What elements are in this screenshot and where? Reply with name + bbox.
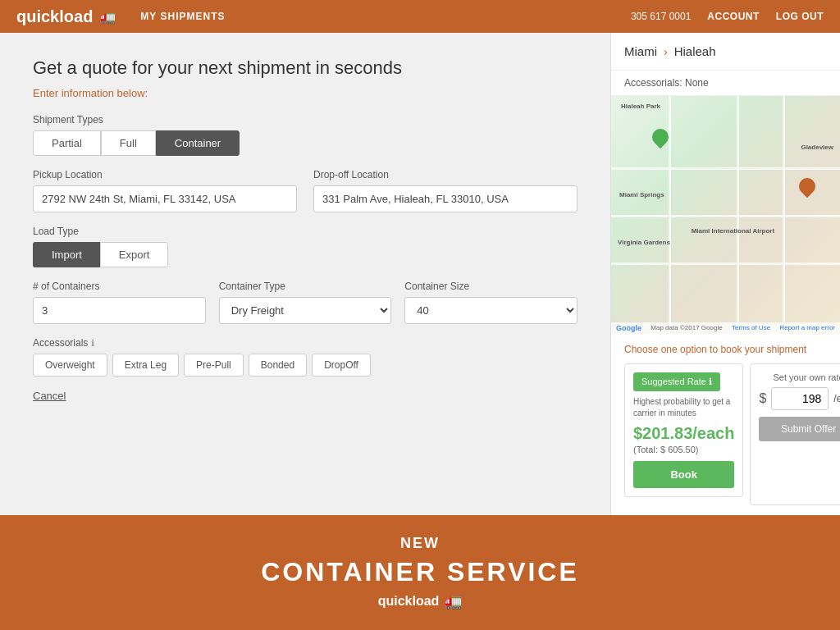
accessorials-info: Accessorials: None xyxy=(611,71,840,96)
cancel-link[interactable]: Cancel xyxy=(33,390,66,402)
map-terms-link[interactable]: Terms of Use xyxy=(732,324,770,332)
container-size-label: Container Size xyxy=(404,281,578,292)
rate-input[interactable] xyxy=(771,387,829,410)
google-logo: Google xyxy=(616,324,641,332)
logout-link[interactable]: LOG OUT xyxy=(776,11,824,22)
subtitle: Enter information below: xyxy=(33,87,578,99)
acc-info-value: None xyxy=(685,77,709,89)
main-layout: Get a quote for your next shipment in se… xyxy=(0,33,840,515)
map-footer: Google Map data ©2017 Google Terms of Us… xyxy=(611,322,840,334)
submit-offer-button[interactable]: Submit Offer xyxy=(759,417,840,441)
logo: quickload 🚛 xyxy=(16,7,116,26)
map-area: Hialeah Park Miami Springs Virginia Gard… xyxy=(611,96,840,334)
rate-total: (Total: $ 605.50) xyxy=(633,445,734,454)
accessorials-label: Accessorials ℹ xyxy=(33,337,578,349)
load-type-import[interactable]: Import xyxy=(33,242,100,267)
containers-field: # of Containers xyxy=(33,281,206,324)
own-rate-card: Set your own rate $ /each Submit Offer xyxy=(750,363,840,505)
map-label-gladeview: Gladeview xyxy=(801,144,833,151)
shipment-type-buttons: Partial Full Container xyxy=(33,130,578,156)
map-data-label: Map data ©2017 Google xyxy=(651,324,722,332)
load-type-section: Load Type Import Export xyxy=(33,226,578,267)
left-panel: Get a quote for your next shipment in se… xyxy=(0,33,610,515)
accessorials-buttons: Overweight Extra Leg Pre-Pull Bonded Dro… xyxy=(33,354,578,377)
footer-truck-icon: 🚛 xyxy=(444,592,462,610)
right-panel: Miami › Hialeah Accessorials: None Hiale… xyxy=(610,33,840,515)
nav-my-shipments[interactable]: MY SHIPMENTS xyxy=(140,11,225,22)
container-info-section: # of Containers Container Type Dry Freig… xyxy=(33,281,578,324)
container-size-field: Container Size 40 xyxy=(404,281,578,324)
load-type-export[interactable]: Export xyxy=(100,242,169,267)
truck-icon: 🚛 xyxy=(99,9,116,25)
acc-info-label: Accessorials: xyxy=(624,77,682,89)
map-label-miami-intl: Miami International Airport xyxy=(692,227,775,235)
header: quickload 🚛 MY SHIPMENTS 305 617 0001 AC… xyxy=(0,0,840,33)
map-label-hialeah-park: Hialeah Park xyxy=(621,103,660,110)
own-rate-title: Set your own rate xyxy=(759,372,840,382)
dropoff-field: Drop-off Location xyxy=(313,169,578,212)
acc-overweight[interactable]: Overweight xyxy=(33,354,107,377)
containers-label: # of Containers xyxy=(33,281,206,292)
shipment-type-full[interactable]: Full xyxy=(101,130,156,156)
shipment-types-label: Shipment Types xyxy=(33,114,578,126)
map: Hialeah Park Miami Springs Virginia Gard… xyxy=(611,96,840,334)
header-right: 305 617 0001 ACCOUNT LOG OUT xyxy=(631,11,824,22)
accessorials-section: Accessorials ℹ Overweight Extra Leg Pre-… xyxy=(33,337,578,377)
map-pin-destination xyxy=(796,175,819,198)
container-type-field: Container Type Dry Freight xyxy=(219,281,392,324)
booking-title: Choose one option to book your shipment xyxy=(624,344,827,355)
load-type-label: Load Type xyxy=(33,226,578,237)
shipment-type-partial[interactable]: Partial xyxy=(33,130,101,156)
from-city: Miami xyxy=(624,44,657,58)
acc-bonded[interactable]: Bonded xyxy=(249,354,307,377)
dropoff-input[interactable] xyxy=(313,185,578,212)
own-rate-row: $ /each xyxy=(759,387,840,410)
suggested-rate-button[interactable]: Suggested Rate ℹ xyxy=(633,372,720,391)
map-label-miami-springs: Miami Springs xyxy=(619,191,664,199)
pickup-field: Pickup Location xyxy=(33,169,297,212)
suggested-rate-card: Suggested Rate ℹ Highest probability to … xyxy=(624,363,743,497)
phone-number: 305 617 0001 xyxy=(631,11,691,22)
footer: NEW CONTAINER SERVICE quickload 🚛 xyxy=(0,515,840,630)
container-size-select[interactable]: 40 xyxy=(404,297,578,324)
footer-logo: quickload 🚛 xyxy=(378,592,463,610)
account-link[interactable]: ACCOUNT xyxy=(707,11,760,22)
route-header: Miami › Hialeah xyxy=(611,33,840,71)
book-button[interactable]: Book xyxy=(633,461,734,488)
route-arrow-icon: › xyxy=(664,45,668,58)
footer-service-label: CONTAINER SERVICE xyxy=(261,557,579,587)
pickup-input[interactable] xyxy=(33,185,297,212)
booking-section: Choose one option to book your shipment … xyxy=(611,334,840,515)
logo-text: quickload xyxy=(16,7,93,26)
to-city: Hialeah xyxy=(674,44,716,58)
info-icon: ℹ xyxy=(91,338,94,348)
rate-description: Highest probability to get a carrier in … xyxy=(633,396,734,419)
acc-dropoff[interactable]: DropOff xyxy=(312,354,371,377)
rate-price: $201.83/each xyxy=(633,424,734,443)
shipment-type-container[interactable]: Container xyxy=(156,130,240,156)
footer-new-label: NEW xyxy=(400,535,440,552)
header-left: quickload 🚛 MY SHIPMENTS xyxy=(16,7,225,26)
map-report-link[interactable]: Report a map error xyxy=(779,324,835,332)
container-type-label: Container Type xyxy=(219,281,392,292)
shipment-types-section: Shipment Types Partial Full Container xyxy=(33,114,578,156)
dropoff-label: Drop-off Location xyxy=(313,169,578,180)
containers-input[interactable] xyxy=(33,297,206,324)
page-title: Get a quote for your next shipment in se… xyxy=(33,57,578,79)
acc-pre-pull[interactable]: Pre-Pull xyxy=(184,354,244,377)
location-section: Pickup Location Drop-off Location xyxy=(33,169,578,212)
container-type-select[interactable]: Dry Freight xyxy=(219,297,392,324)
dollar-sign-label: $ xyxy=(759,391,766,406)
pickup-label: Pickup Location xyxy=(33,169,297,180)
load-type-buttons: Import Export xyxy=(33,242,578,267)
footer-logo-text: quickload xyxy=(378,594,440,609)
map-label-virginia-gardens: Virginia Gardens xyxy=(618,239,670,246)
each-label: /each xyxy=(833,393,840,404)
acc-extra-leg[interactable]: Extra Leg xyxy=(112,354,179,377)
